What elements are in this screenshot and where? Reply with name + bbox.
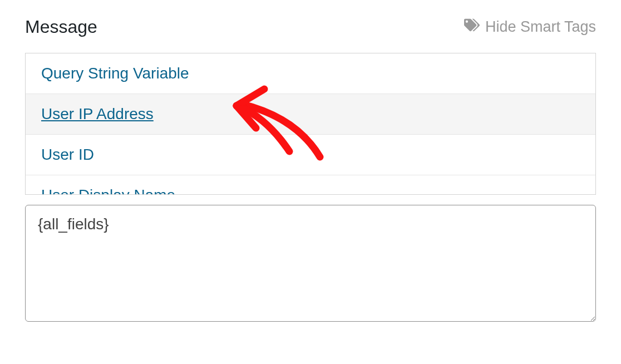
hide-smart-tags-label: Hide Smart Tags	[485, 18, 596, 36]
tags-icon	[464, 17, 480, 37]
page-title: Message	[25, 17, 97, 37]
smart-tag-label: User Display Name	[41, 186, 175, 194]
smart-tags-panel: Query String Variable User IP Address Us…	[25, 53, 596, 195]
smart-tag-item[interactable]: Query String Variable	[26, 53, 595, 94]
hide-smart-tags-button[interactable]: Hide Smart Tags	[464, 17, 596, 37]
smart-tag-item[interactable]: User IP Address	[26, 94, 595, 135]
message-textarea[interactable]	[25, 205, 596, 322]
smart-tag-label: Query String Variable	[41, 65, 189, 82]
smart-tag-label: User IP Address	[41, 105, 154, 122]
smart-tag-item[interactable]: User Display Name	[26, 175, 595, 194]
smart-tag-label: User ID	[41, 146, 94, 163]
smart-tag-item[interactable]: User ID	[26, 135, 595, 175]
